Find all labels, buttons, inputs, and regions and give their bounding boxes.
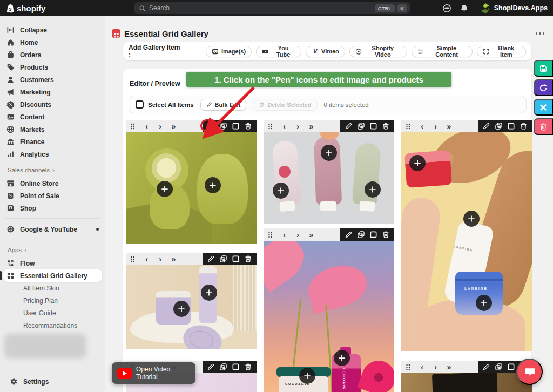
select-item-button[interactable] (232, 363, 240, 371)
select-item-button[interactable] (369, 231, 377, 239)
drag-handle-icon[interactable] (130, 255, 136, 263)
select-all-checkbox[interactable] (136, 100, 144, 109)
move-next-button[interactable]: › (429, 120, 442, 132)
add-you-tube-button[interactable]: You Tube (256, 46, 301, 57)
move-next-button[interactable]: › (153, 120, 167, 132)
move-prev-button[interactable]: ‹ (415, 120, 429, 132)
drag-handle-icon[interactable] (267, 231, 273, 239)
product-hotspot[interactable] (299, 368, 315, 384)
delete-item-button[interactable] (382, 231, 390, 239)
sidebar-item-home[interactable]: Home (3, 36, 102, 49)
duplicate-item-button[interactable] (219, 255, 227, 263)
delete-item-button[interactable] (244, 122, 252, 130)
sidebar-item-settings[interactable]: Settings (6, 375, 99, 388)
move-end-button[interactable]: » (305, 120, 318, 132)
add-vimeo-button[interactable]: VVimeo (306, 46, 345, 57)
refresh-button[interactable] (534, 79, 553, 96)
product-hotspot[interactable] (321, 145, 337, 161)
select-item-button[interactable] (369, 122, 377, 130)
product-hotspot[interactable] (463, 211, 480, 227)
move-end-button[interactable]: » (167, 120, 180, 132)
sidebar-item-online-store[interactable]: Online Store (3, 177, 102, 190)
bulk-edit-button[interactable]: Bulk Edit (200, 99, 247, 111)
duplicate-item-button[interactable] (219, 122, 227, 130)
edit-pen-button[interactable] (345, 231, 353, 239)
delete-item-button[interactable] (382, 122, 390, 130)
move-prev-button[interactable]: ‹ (140, 253, 153, 265)
add-blank-item-button[interactable]: Blank Item (477, 46, 526, 57)
more-options-icon[interactable] (534, 30, 547, 37)
sidebar-item-products[interactable]: Products (3, 61, 102, 73)
delete-item-button[interactable] (244, 255, 252, 263)
sidebar-subitem-user-guide[interactable]: User Guide (0, 307, 105, 319)
select-item-button[interactable] (232, 255, 240, 263)
shopify-logo[interactable]: S shopify (5, 0, 45, 16)
sidebar-item-finance[interactable]: Finance (3, 136, 102, 148)
move-prev-button[interactable]: ‹ (278, 228, 291, 241)
product-hotspot[interactable] (334, 350, 350, 366)
add-shopify-video-button[interactable]: Shopify Video (349, 46, 407, 57)
edit-pen-button[interactable] (482, 122, 490, 130)
duplicate-item-button[interactable] (357, 231, 365, 239)
delete-item-button[interactable] (244, 363, 252, 371)
sidebar-item-flow[interactable]: Flow (3, 257, 102, 269)
move-end-button[interactable]: » (167, 253, 180, 265)
add-simple-content-button[interactable]: Simple Content (412, 46, 473, 57)
move-prev-button[interactable]: ‹ (278, 120, 291, 132)
select-item-button[interactable] (232, 122, 240, 130)
save-button[interactable] (534, 60, 553, 77)
sidebar-item-markets[interactable]: Markets (3, 123, 102, 136)
drag-handle-icon[interactable] (130, 123, 136, 130)
account-icon[interactable] (442, 4, 451, 13)
sidebar-item-discounts[interactable]: Discounts (3, 98, 102, 111)
edit-pen-button[interactable] (482, 363, 490, 371)
edit-pen-button[interactable] (345, 122, 353, 130)
edit-pen-button[interactable] (207, 255, 215, 263)
sidebar-item-customers[interactable]: Customers (3, 73, 102, 86)
sidebar-item-marketing[interactable]: Marketing (3, 86, 102, 98)
product-hotspot[interactable] (476, 295, 492, 311)
close-button[interactable] (534, 99, 553, 116)
add-image-s--button[interactable]: Image(s) (206, 46, 252, 57)
duplicate-item-button[interactable] (495, 122, 503, 130)
sidebar-subitem-pricing-plan[interactable]: Pricing Plan (0, 294, 105, 307)
sidebar-item-orders[interactable]: Orders (3, 49, 102, 61)
sidebar-subitem-recommandations[interactable]: Recommandations (0, 319, 105, 332)
sidebar-item-google-youtube[interactable]: Google & YouTube (3, 223, 102, 235)
sidebar-item-analytics[interactable]: Analytics (3, 148, 102, 160)
chat-widget-button[interactable] (516, 359, 543, 385)
product-hotspot[interactable] (173, 301, 190, 317)
sidebar-item-essential-grid-gallery[interactable]: Essential Grid Gallery (3, 269, 102, 282)
sidebar-item-content[interactable]: Content (3, 111, 102, 123)
drag-handle-icon[interactable] (267, 123, 273, 130)
notifications-bell-icon[interactable] (460, 4, 469, 13)
move-prev-button[interactable]: ‹ (415, 361, 429, 373)
move-end-button[interactable]: » (305, 228, 318, 241)
product-hotspot[interactable] (157, 181, 173, 197)
sales-channels-header[interactable]: Sales channels › (0, 160, 105, 177)
edit-pen-button[interactable] (207, 363, 215, 371)
move-prev-button[interactable]: ‹ (140, 120, 153, 132)
product-hotspot[interactable] (205, 177, 221, 193)
sidebar-item-point-of-sale[interactable]: Point of Sale (3, 190, 102, 202)
duplicate-item-button[interactable] (495, 363, 503, 371)
duplicate-item-button[interactable] (357, 122, 365, 130)
delete-all-button[interactable] (534, 118, 553, 135)
move-next-button[interactable]: › (291, 228, 305, 241)
drag-handle-icon[interactable] (405, 123, 411, 130)
search-input[interactable]: Search CTRL K (134, 2, 410, 14)
apps-header[interactable]: Apps › (0, 235, 105, 257)
delete-selected-button[interactable]: Delete Selected (253, 99, 317, 111)
delete-item-button[interactable] (520, 122, 528, 130)
sidebar-subitem-all-item-skin[interactable]: All Item Skin (0, 282, 105, 294)
product-hotspot[interactable] (365, 181, 381, 198)
move-end-button[interactable]: » (442, 361, 456, 373)
move-end-button[interactable]: » (442, 120, 456, 132)
move-next-button[interactable]: › (153, 253, 167, 265)
move-next-button[interactable]: › (429, 361, 442, 373)
product-hotspot[interactable] (273, 183, 289, 199)
open-video-tutorial-button[interactable]: Open Video Tutorial (112, 362, 195, 384)
sidebar-item-shop[interactable]: Shop (3, 202, 102, 214)
product-hotspot[interactable] (201, 285, 217, 301)
sidebar-item-collapse[interactable]: Collapse (3, 24, 102, 36)
